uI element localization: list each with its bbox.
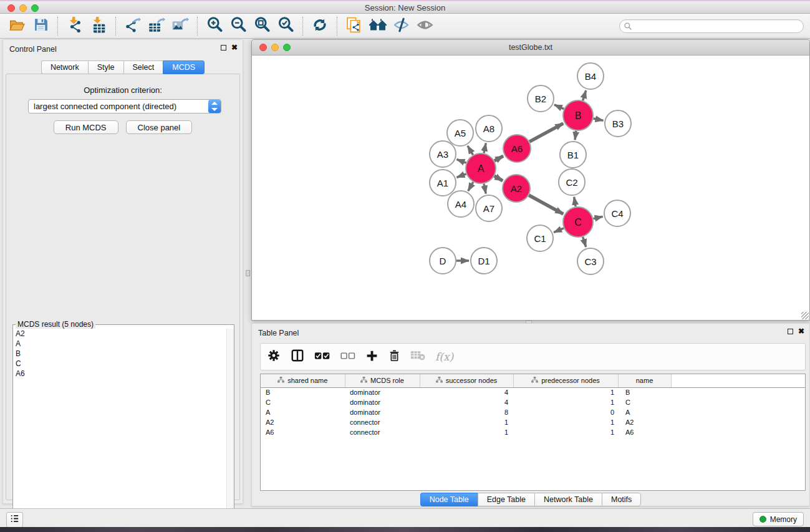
cell[interactable]: A [261, 407, 345, 417]
graph-edge-C-C3[interactable] [583, 237, 586, 247]
cell[interactable]: B [261, 387, 345, 397]
cell[interactable]: A [618, 407, 671, 417]
column-header-successor-nodes[interactable]: successor nodes [420, 374, 513, 387]
close-table-panel-icon[interactable]: ✖ [798, 328, 804, 334]
graph-edge-C-C4[interactable] [593, 216, 602, 218]
cell[interactable]: 1 [420, 427, 513, 437]
graph-edge-A-A4[interactable] [468, 182, 473, 191]
graph-node-A8[interactable]: A8 [476, 115, 502, 142]
column-header-MCDS-role[interactable]: MCDS role [345, 374, 420, 387]
column-header-name[interactable]: name [618, 374, 671, 387]
delete-column-button[interactable] [388, 349, 400, 365]
tab-node-table[interactable]: Node Table [420, 493, 478, 506]
graph-edge-A6-B[interactable] [529, 123, 563, 142]
gear-button[interactable] [267, 349, 281, 365]
graph-node-B1[interactable]: B1 [560, 142, 586, 168]
graph-edge-B-B4[interactable] [583, 90, 586, 100]
graph-edge-A-A5[interactable] [468, 146, 473, 155]
graph-node-C4[interactable]: C4 [604, 200, 630, 226]
graph-edge-A-A6[interactable] [494, 156, 503, 161]
graph-node-A6[interactable]: A6 [503, 135, 531, 162]
run-mcds-button[interactable]: Run MCDS [54, 120, 118, 134]
close-panel-button[interactable]: Close panel [126, 120, 193, 134]
graph-edge-A-A7[interactable] [484, 184, 486, 194]
show-eye-button[interactable] [415, 16, 436, 36]
graph-node-C[interactable]: C [563, 207, 593, 237]
graph-node-A7[interactable]: A7 [476, 195, 502, 221]
cell[interactable]: A6 [618, 427, 671, 437]
cell[interactable]: connector [345, 417, 420, 427]
save-session-button[interactable] [30, 16, 51, 36]
graph-node-A[interactable]: A [466, 153, 496, 183]
graph-node-A5[interactable]: A5 [447, 120, 473, 146]
cell[interactable]: 1 [513, 397, 618, 407]
graph-edge-A-A8[interactable] [484, 143, 486, 153]
graph-node-C1[interactable]: C1 [527, 225, 553, 251]
cell[interactable]: 1 [513, 417, 618, 427]
cell[interactable]: A6 [261, 427, 345, 437]
result-item-B[interactable]: B [13, 349, 234, 359]
vertical-splitter-handle[interactable] [246, 270, 250, 276]
column-header-shared-name[interactable]: shared name [261, 374, 345, 387]
result-item-A6[interactable]: A6 [13, 369, 234, 379]
table-row[interactable]: A6connector11A6 [261, 427, 805, 437]
import-table-button[interactable] [88, 16, 109, 36]
tab-mcds[interactable]: MCDS [163, 60, 205, 74]
result-list-scrollbar[interactable] [226, 329, 234, 531]
graph-edge-B-B2[interactable] [554, 105, 564, 109]
table-row[interactable]: Cdominator41C [261, 397, 805, 407]
tab-select[interactable]: Select [123, 60, 163, 74]
add-column-button[interactable] [365, 349, 378, 365]
graph-node-C2[interactable]: C2 [559, 169, 585, 195]
cell[interactable]: dominator [345, 407, 420, 417]
cell[interactable]: 0 [513, 407, 618, 417]
graph-node-A2[interactable]: A2 [503, 175, 530, 202]
checkboxes-checked-button[interactable] [314, 351, 330, 363]
cell[interactable]: 4 [420, 397, 513, 407]
export-table-button[interactable] [146, 16, 167, 36]
tab-edge-table[interactable]: Edge Table [478, 493, 534, 506]
refresh-button[interactable] [309, 16, 330, 36]
network-canvas[interactable]: B4B2BB3A5A8A6A3B1AA1C2A2A4A7C4CC1C3DD1 [252, 56, 809, 320]
search-input[interactable] [619, 19, 804, 33]
export-image-button[interactable] [170, 16, 191, 36]
graph-edge-C-C2[interactable] [574, 197, 576, 207]
tab-motifs[interactable]: Motifs [602, 493, 641, 506]
graph-node-A4[interactable]: A4 [448, 191, 474, 217]
memory-button[interactable]: Memory [753, 512, 804, 526]
zoom-selected-button[interactable] [275, 16, 296, 36]
graph-edge-A-A2[interactable] [494, 176, 503, 181]
window-resize-grip[interactable] [801, 312, 809, 319]
columns-button[interactable] [291, 349, 304, 365]
zoom-in-button[interactable] [204, 16, 225, 36]
cell[interactable]: C [618, 397, 671, 407]
graph-node-D1[interactable]: D1 [471, 248, 497, 274]
cell[interactable]: 4 [420, 387, 513, 397]
float-panel-icon[interactable] [221, 45, 226, 51]
result-item-C[interactable]: C [13, 359, 234, 369]
cell[interactable]: A2 [261, 417, 345, 427]
zoom-out-button[interactable] [228, 16, 249, 36]
table-row[interactable]: A2connector11A2 [261, 417, 805, 427]
tab-style[interactable]: Style [88, 60, 123, 74]
cell[interactable]: dominator [345, 387, 420, 397]
task-history-button[interactable] [6, 512, 23, 528]
network-window-titlebar[interactable]: testGlobe.txt [252, 40, 809, 56]
graph-edge-A-A3[interactable] [457, 160, 466, 163]
cell[interactable]: 1 [513, 427, 618, 437]
cell[interactable]: 1 [513, 387, 618, 397]
import-network-button[interactable] [64, 16, 85, 36]
graph-edge-B-B1[interactable] [575, 131, 576, 140]
graph-edge-A2-C[interactable] [529, 195, 563, 214]
tab-network[interactable]: Network [41, 60, 88, 74]
cell[interactable]: connector [345, 427, 420, 437]
graph-node-B2[interactable]: B2 [528, 85, 554, 112]
home-button[interactable] [367, 16, 388, 36]
graph-node-A3[interactable]: A3 [430, 141, 456, 167]
graph-node-C3[interactable]: C3 [577, 248, 604, 274]
table-row[interactable]: Bdominator41B [261, 387, 805, 397]
zoom-fit-button[interactable] [251, 16, 272, 36]
float-table-panel-icon[interactable] [788, 329, 793, 334]
export-network-button[interactable] [122, 16, 143, 36]
column-header-predecessor-nodes[interactable]: predecessor nodes [513, 374, 618, 387]
